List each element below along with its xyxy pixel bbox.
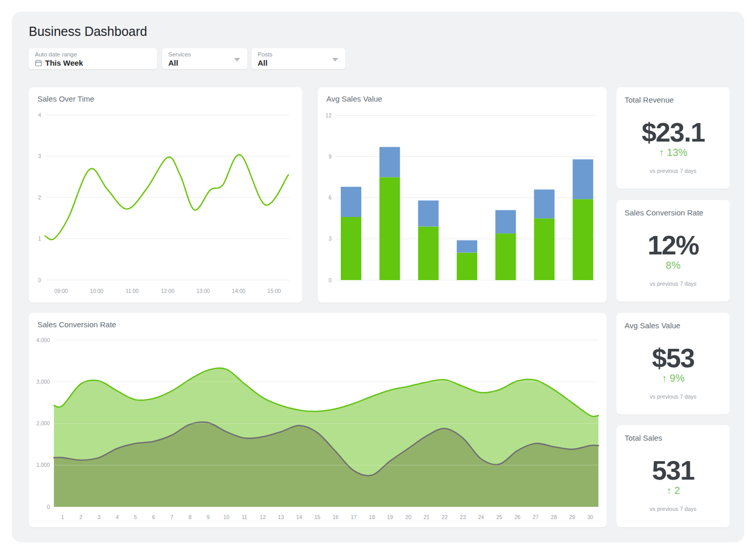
kpi-value: 12% (616, 230, 730, 261)
kpi-delta: 8% (616, 260, 730, 271)
svg-text:24: 24 (478, 514, 484, 520)
kpi-value: $23.1 (616, 117, 730, 148)
svg-text:8: 8 (188, 514, 191, 520)
svg-text:6: 6 (152, 514, 155, 520)
svg-text:6: 6 (328, 194, 332, 201)
svg-text:22: 22 (442, 514, 448, 520)
svg-text:13: 13 (278, 514, 284, 520)
svg-text:28: 28 (551, 514, 557, 520)
kpi-card-total-revenue: Total Revenue $23.1 ↑ 13% vs previous 7 … (616, 87, 730, 189)
svg-text:1,000: 1,000 (36, 462, 50, 468)
svg-text:10:00: 10:00 (90, 288, 103, 294)
svg-text:9: 9 (207, 514, 210, 520)
svg-text:3,000: 3,000 (36, 379, 50, 385)
area-chart-canvas: 01,0002,0003,0004,0001234567891011121314… (29, 313, 607, 527)
svg-text:4: 4 (38, 112, 41, 118)
chevron-down-icon[interactable] (332, 58, 338, 62)
kpi-delta: ↑ 13% (616, 147, 730, 159)
svg-text:3: 3 (38, 153, 41, 159)
kpi-title: Total Sales (625, 433, 662, 442)
chart-title: Avg Sales Value (326, 94, 382, 103)
svg-text:3: 3 (328, 235, 332, 242)
kpi-card-sales-conversion-rate: Sales Conversion Rate 12% 8% vs previous… (616, 200, 730, 302)
filter-label: Services (168, 51, 241, 58)
chart-title: Sales Conversion Rate (37, 320, 116, 329)
svg-text:2: 2 (80, 514, 83, 520)
posts-filter[interactable]: Posts All (251, 48, 345, 69)
date-range-filter[interactable]: Auto date range This Week (29, 48, 157, 69)
kpi-value: 531 (616, 455, 730, 486)
svg-text:30: 30 (587, 514, 593, 520)
bar-chart-canvas: 036912 (318, 87, 607, 303)
svg-text:4: 4 (115, 514, 119, 520)
dashboard-container: Business Dashboard Auto date range This … (12, 12, 744, 542)
kpi-delta: ↑ 2 (616, 485, 730, 497)
avg-sales-value-card: Avg Sales Value 036912 (318, 87, 607, 303)
chart-title: Sales Over Time (37, 94, 94, 103)
svg-text:26: 26 (514, 514, 520, 520)
kpi-note: vs previous 7 days (616, 393, 730, 400)
svg-text:11: 11 (242, 514, 247, 520)
svg-text:14: 14 (296, 514, 302, 520)
svg-text:12: 12 (260, 514, 266, 520)
svg-text:0: 0 (38, 277, 41, 283)
chevron-down-icon[interactable] (234, 58, 240, 62)
svg-text:2,000: 2,000 (36, 420, 50, 426)
kpi-note: vs previous 7 days (616, 506, 730, 512)
svg-text:14:00: 14:00 (232, 288, 245, 294)
svg-text:23: 23 (460, 514, 466, 520)
filter-label: Auto date range (35, 51, 151, 58)
services-filter[interactable]: Services All (162, 48, 247, 69)
svg-text:25: 25 (496, 514, 502, 520)
svg-text:1: 1 (38, 235, 41, 242)
page-title: Business Dashboard (29, 24, 147, 39)
svg-text:29: 29 (569, 514, 575, 520)
svg-text:16: 16 (333, 514, 339, 520)
svg-text:1: 1 (61, 514, 64, 520)
date-range-value: This Week (45, 58, 83, 68)
calendar-icon (35, 60, 42, 67)
svg-text:0: 0 (47, 504, 50, 510)
sales-conversion-rate-card: Sales Conversion Rate 01,0002,0003,0004,… (29, 313, 607, 527)
svg-text:18: 18 (369, 514, 375, 520)
kpi-card-total-sales: Total Sales 531 ↑ 2 vs previous 7 days (616, 425, 730, 527)
svg-text:20: 20 (405, 514, 412, 520)
svg-text:12: 12 (325, 112, 332, 118)
kpi-title: Avg Sales Value (625, 321, 681, 330)
svg-text:7: 7 (170, 514, 173, 520)
services-value: All (168, 58, 178, 68)
kpi-title: Total Revenue (625, 95, 674, 104)
kpi-title: Sales Conversion Rate (625, 208, 703, 217)
kpi-note: vs previous 7 days (616, 281, 730, 287)
kpi-delta: ↑ 9% (616, 372, 730, 384)
posts-value: All (258, 58, 267, 68)
kpi-card-avg-sales-value: Avg Sales Value $53 ↑ 9% vs previous 7 d… (616, 313, 730, 414)
svg-text:12:00: 12:00 (161, 288, 174, 294)
filter-label: Posts (258, 51, 339, 58)
svg-text:11:00: 11:00 (126, 288, 139, 294)
svg-text:5: 5 (134, 514, 137, 520)
line-chart-canvas: 0123409:0010:0011:0012:0013:0014:0015:00 (29, 87, 302, 303)
svg-text:09:00: 09:00 (54, 288, 68, 294)
svg-text:0: 0 (328, 277, 332, 283)
svg-text:17: 17 (351, 514, 357, 520)
svg-text:9: 9 (328, 153, 332, 160)
svg-text:15: 15 (314, 514, 320, 520)
svg-text:27: 27 (533, 514, 539, 520)
svg-text:13:00: 13:00 (197, 288, 210, 294)
kpi-note: vs previous 7 days (616, 168, 730, 174)
sales-over-time-card: Sales Over Time 0123409:0010:0011:0012:0… (29, 87, 302, 303)
kpi-value: $53 (616, 343, 730, 373)
svg-text:19: 19 (387, 514, 393, 520)
svg-text:2: 2 (38, 194, 41, 201)
svg-text:10: 10 (223, 514, 229, 520)
svg-text:21: 21 (423, 514, 430, 520)
svg-text:15:00: 15:00 (267, 288, 281, 294)
svg-text:4,000: 4,000 (36, 337, 50, 343)
svg-text:3: 3 (98, 514, 101, 520)
